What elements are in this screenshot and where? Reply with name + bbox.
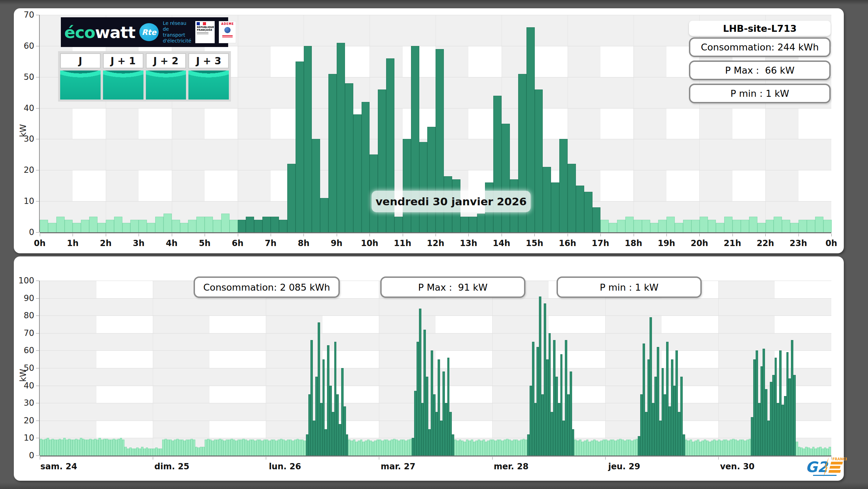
bar [386, 440, 388, 455]
bar [760, 366, 763, 455]
bar [59, 439, 61, 455]
y-tick-label: 20 [24, 165, 34, 175]
daily-y-axis-unit: kW [18, 124, 28, 137]
bar [247, 441, 250, 455]
bar [134, 449, 137, 455]
rte-tagline: Le réseau de transport d'électricité [163, 20, 191, 44]
ademe-line [222, 35, 233, 36]
bar [584, 192, 592, 232]
bars-container [40, 281, 831, 455]
bar [212, 441, 214, 455]
bar [751, 417, 753, 455]
bar [770, 382, 772, 455]
x-tick-label: 4h [166, 238, 178, 248]
bar [127, 449, 129, 455]
bar [666, 342, 669, 455]
bar [103, 439, 106, 455]
bar [673, 386, 676, 455]
y-tick-label: 60 [24, 346, 34, 355]
bar [238, 220, 246, 232]
bar [678, 412, 680, 456]
x-tick-label: 9h [331, 238, 343, 248]
bar [640, 394, 643, 455]
x-tick-label: mar. 27 [381, 462, 416, 471]
bar [254, 441, 256, 455]
y-tick-label: 70 [24, 10, 34, 20]
bar [296, 62, 304, 232]
x-tick-label: 18h [625, 238, 642, 248]
bar [42, 440, 45, 455]
bar [365, 441, 367, 455]
bar [622, 440, 624, 455]
bar [634, 220, 642, 232]
bar [454, 440, 457, 455]
bar [560, 354, 563, 455]
bar [308, 394, 311, 455]
bar [492, 440, 494, 455]
bar [410, 439, 412, 455]
bar [80, 438, 82, 455]
bar [562, 421, 565, 455]
bar [381, 441, 384, 455]
bar [130, 220, 139, 232]
bar [162, 440, 165, 455]
y-axis-tick [36, 232, 39, 233]
bar [628, 440, 631, 455]
x-axis-line [40, 232, 831, 233]
x-tick-label: 13h [460, 238, 477, 248]
bar [249, 440, 252, 455]
forecast-tile-label: J + 1 [103, 53, 143, 68]
bar [480, 441, 483, 455]
bar [188, 220, 196, 232]
bar [124, 447, 127, 455]
bar [436, 412, 438, 456]
bar [417, 342, 419, 455]
bar [784, 396, 786, 455]
bar [129, 448, 132, 455]
bar [169, 440, 172, 455]
g2e-logo-e-stripes [829, 462, 843, 473]
y-tick-label: 10 [24, 433, 34, 443]
x-tick-label: 7h [265, 238, 277, 248]
bar [489, 440, 492, 455]
bar [614, 441, 617, 455]
forecast-tile-j1: J + 1 [103, 53, 143, 100]
gov-motto-line [197, 32, 208, 33]
bar [358, 441, 360, 455]
weekly-pmax-stat: P Max : 91 kW [380, 276, 525, 298]
bar [779, 350, 782, 455]
bar [445, 403, 447, 455]
bar [460, 217, 469, 232]
bar [230, 220, 238, 232]
bar [796, 442, 798, 455]
x-tick-label: sam. 24 [40, 462, 77, 471]
bar [525, 440, 527, 455]
bar [61, 440, 63, 455]
bar [153, 449, 155, 455]
bar [775, 358, 777, 455]
bar [393, 439, 395, 455]
bar [625, 217, 634, 232]
bar [174, 440, 176, 455]
forecast-tile-j2: J + 2 [146, 53, 186, 100]
bar [433, 394, 436, 455]
bar [706, 441, 709, 455]
x-tick-label: lun. 26 [269, 462, 301, 471]
bar [680, 377, 683, 455]
y-tick-label: 40 [24, 103, 34, 113]
bar [782, 405, 784, 455]
bar [122, 440, 124, 455]
bar [631, 441, 633, 455]
bar [325, 429, 327, 455]
bar [798, 447, 801, 455]
bar [617, 220, 625, 232]
bar [790, 223, 799, 232]
bar [530, 386, 532, 455]
bar [351, 441, 353, 455]
bar [596, 441, 598, 455]
x-axis-tick [139, 234, 139, 236]
bar [549, 333, 551, 455]
bar [297, 439, 299, 455]
bar [568, 164, 576, 232]
bar [617, 440, 619, 455]
